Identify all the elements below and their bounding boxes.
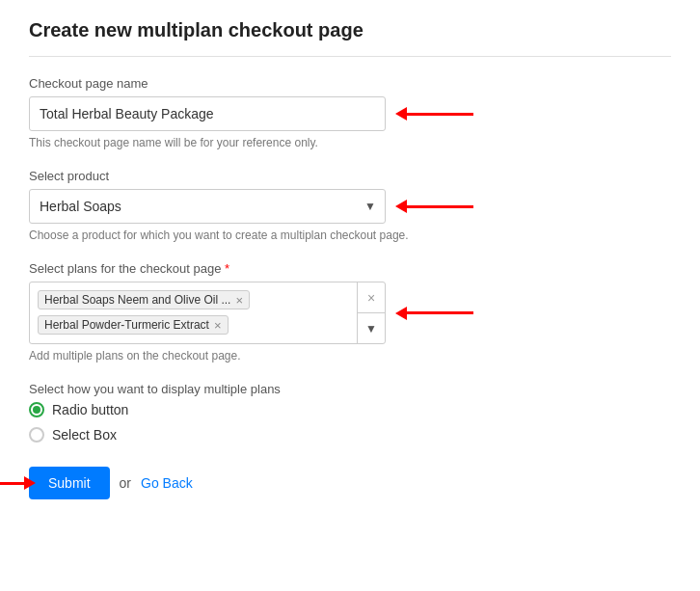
radio-option-select-label: Select Box xyxy=(52,427,117,443)
arrow-product xyxy=(395,200,473,213)
plans-multiselect[interactable]: Herbal Soaps Neem and Olive Oil ... × He… xyxy=(29,282,386,344)
display-radio-group: Radio button Select Box xyxy=(29,402,671,443)
product-hint: Choose a product for which you want to c… xyxy=(29,228,671,242)
checkout-name-hint: This checkout page name will be for your… xyxy=(29,136,671,149)
checkout-name-input[interactable] xyxy=(29,96,386,131)
arrow-checkout-name xyxy=(395,107,473,121)
plan-tag-2-text: Herbal Powder-Turmeric Extract xyxy=(44,318,209,332)
plan-tag-1[interactable]: Herbal Soaps Neem and Olive Oil ... × xyxy=(38,290,250,309)
plan-tag-2[interactable]: Herbal Powder-Turmeric Extract × xyxy=(38,315,229,335)
arrow-plans xyxy=(395,307,473,320)
product-label: Select product xyxy=(29,169,671,183)
submit-button[interactable]: Submit xyxy=(29,467,110,499)
page-title: Create new multiplan checkout page xyxy=(29,19,671,57)
form-actions: Submit or Go Back xyxy=(29,467,671,499)
plan-tag-1-text: Herbal Soaps Neem and Olive Oil ... xyxy=(44,293,230,307)
checkout-name-label: Checkout page name xyxy=(29,76,671,91)
plans-label: Select plans for the checkout page * xyxy=(29,261,671,276)
plans-hint: Add multiple plans on the checkout page. xyxy=(29,349,671,363)
product-select[interactable]: Herbal Soaps Other Product xyxy=(29,189,386,224)
display-label: Select how you want to display multiple … xyxy=(29,382,671,396)
radio-circle-radio xyxy=(29,402,44,417)
multiselect-clear-button[interactable]: × xyxy=(358,282,385,313)
plan-tag-1-remove[interactable]: × xyxy=(235,294,243,307)
plan-tag-2-remove[interactable]: × xyxy=(214,319,222,332)
arrow-submit xyxy=(0,476,36,490)
or-text: or xyxy=(120,475,131,491)
go-back-link[interactable]: Go Back xyxy=(141,475,193,491)
radio-option-select[interactable]: Select Box xyxy=(29,427,671,443)
required-marker: * xyxy=(221,261,229,276)
radio-option-radio[interactable]: Radio button xyxy=(29,402,671,417)
multiselect-actions: × ▼ xyxy=(357,282,385,343)
radio-option-radio-label: Radio button xyxy=(52,402,128,417)
multiselect-dropdown-button[interactable]: ▼ xyxy=(358,313,385,343)
radio-circle-select xyxy=(29,427,44,443)
